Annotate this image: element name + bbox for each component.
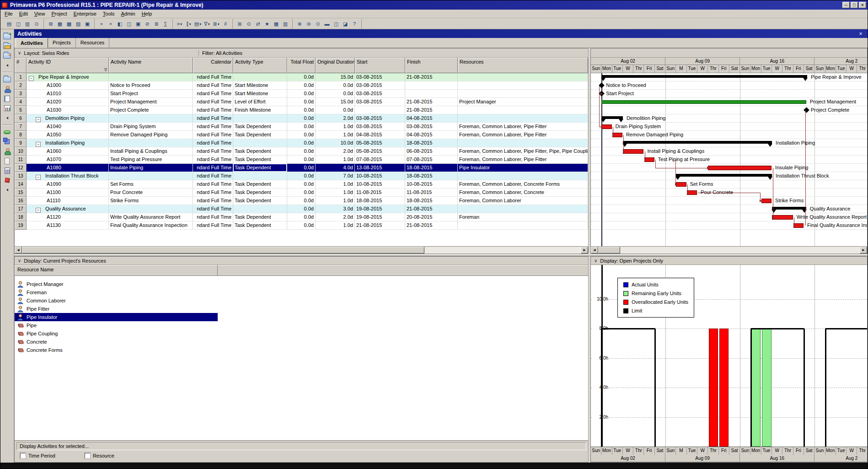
cell-activity-name[interactable]: Test Piping at Pressure	[109, 156, 193, 164]
resource-item-foreman[interactable]: Foreman	[15, 288, 588, 296]
scroll-left-button[interactable]: ◄	[591, 247, 598, 253]
find-icon[interactable]: ⊙	[244, 19, 253, 28]
cell-activity-type[interactable]: Task Dependent	[233, 147, 287, 156]
view-close-icon[interactable]: ×	[857, 31, 864, 37]
resources-icon[interactable]	[2, 84, 13, 94]
cell-calendar[interactable]: ndard Full Time	[193, 90, 233, 98]
cell-calendar[interactable]: ndard Full Time	[193, 98, 233, 106]
resource-name-column-header[interactable]: Resource Name	[15, 265, 218, 275]
scroll-thumb[interactable]	[598, 247, 620, 253]
add-icon[interactable]: +	[97, 19, 106, 28]
menu-project[interactable]: Project	[48, 10, 70, 17]
cell-original-duration[interactable]: 3.0d	[316, 205, 355, 213]
cell-start[interactable]: 03-08-2015	[355, 114, 405, 123]
cell-activity-type[interactable]	[233, 114, 287, 123]
resource-item-concrete[interactable]: Concrete	[15, 338, 588, 346]
cell-start[interactable]: 03-08-2015	[355, 73, 405, 81]
cell-activity-name[interactable]: Install Piping & Couplings	[109, 147, 193, 156]
filters-icon[interactable]: ∇▼	[203, 19, 212, 28]
cell-total-float[interactable]: 0.0d	[287, 213, 316, 221]
gantt-task-bar[interactable]	[772, 215, 793, 220]
notebook-icon[interactable]: ▥	[281, 19, 290, 28]
resource-item-pipe-insulator[interactable]: Pipe Insulator	[15, 313, 218, 321]
table-row-a1000[interactable]: 2A1000Notice to Proceedndard Full TimeSt…	[15, 81, 588, 90]
cell-start[interactable]: 21-08-2015	[355, 221, 405, 230]
cell-original-duration[interactable]: 0.0d	[316, 106, 355, 114]
row-number[interactable]: 18	[15, 213, 27, 221]
cell-original-duration[interactable]: 15.0d	[316, 98, 355, 106]
cell-activity-id[interactable]: A1080	[27, 164, 109, 172]
cell-calendar[interactable]: ndard Full Time	[193, 81, 233, 90]
maximize-button[interactable]: □	[851, 2, 858, 8]
cell-finish[interactable]	[405, 81, 458, 90]
cell-activity-type[interactable]: Task Dependent	[233, 164, 287, 172]
row-number[interactable]: 1	[15, 73, 27, 81]
cell-activity-name[interactable]	[109, 114, 193, 123]
cell-resources[interactable]: Foreman, Common Laborer, Pipe Fitter	[458, 123, 588, 131]
cell-activity-id[interactable]: A1040	[27, 123, 109, 131]
cell-finish[interactable]: 18-08-2015	[405, 164, 458, 172]
timescale-icon[interactable]: ⊞	[235, 19, 244, 28]
cell-calendar[interactable]: ndard Full Time	[193, 123, 233, 131]
row-number[interactable]: 14	[15, 180, 27, 189]
activities-window-icon[interactable]: ⊞	[46, 19, 55, 28]
cell-activity-type[interactable]: Task Dependent	[233, 180, 287, 189]
cell-activity-type[interactable]: Start Milestone	[233, 90, 287, 98]
table-font-row-icon[interactable]: ▤▼	[193, 19, 203, 28]
cell-finish[interactable]: 04-08-2015	[405, 114, 458, 123]
row-number[interactable]: 15	[15, 189, 27, 197]
minimize-button[interactable]: ─	[842, 2, 850, 8]
progress-spotlight-icon[interactable]: ★	[263, 19, 272, 28]
schedule-icon[interactable]: ⊘	[143, 19, 152, 28]
cell-start[interactable]: 19-08-2015	[355, 205, 405, 213]
cell-finish[interactable]: 06-08-2015	[405, 147, 458, 156]
expenses-icon[interactable]	[2, 166, 13, 175]
row-number[interactable]: 19	[15, 221, 27, 230]
wbs-window-icon[interactable]: ▨	[74, 19, 83, 28]
cell-activity-id[interactable]: A1000	[27, 81, 109, 90]
cell-activity-name[interactable]: Notice to Proceed	[109, 81, 193, 90]
cell-activity-id[interactable]: A1010	[27, 90, 109, 98]
row-number[interactable]: 17	[15, 205, 27, 213]
cell-calendar[interactable]: ndard Full Time	[193, 197, 233, 205]
table-row-a1120[interactable]: 18A1120Write Quality Assurance Reportnda…	[15, 213, 588, 221]
projects-icon[interactable]	[2, 75, 13, 84]
cell-finish[interactable]: 18-08-2015	[405, 139, 458, 147]
cell-activity-type[interactable]: Finish Milestone	[233, 106, 287, 114]
column-header-total-float[interactable]: Total Float	[287, 58, 316, 73]
menu-edit[interactable]: Edit	[16, 10, 31, 17]
gantt-timescale[interactable]: Aug 02Aug 09Aug 16Aug 2SunMonTueWThrFriS…	[591, 58, 867, 73]
cell-resources[interactable]	[458, 139, 588, 147]
cell-total-float[interactable]: 0.0d	[287, 123, 316, 131]
cell-resources[interactable]: Foreman	[458, 213, 588, 221]
cell-activity-name[interactable]	[109, 205, 193, 213]
cell-activity-id[interactable]: −Installation Piping	[27, 139, 109, 147]
checkbox-resource[interactable]: Resource	[85, 453, 114, 458]
cell-activity-name[interactable]: Write Quality Assurance Report	[109, 213, 193, 221]
cell-activity-id[interactable]: −Quality Assurance	[27, 205, 109, 213]
histogram-display-chevron-icon[interactable]: ∨	[594, 258, 597, 263]
filters-icon-dropdown[interactable]: ▼	[208, 23, 210, 26]
reports-icon[interactable]	[2, 94, 13, 103]
gantt-task-bar[interactable]	[761, 199, 772, 203]
columns-icon[interactable]: ∥▼	[184, 19, 193, 28]
cut-icon[interactable]: ◧	[115, 19, 124, 28]
cell-start[interactable]: 05-08-2015	[355, 147, 405, 156]
cell-calendar[interactable]: ndard Full Time	[193, 156, 233, 164]
cell-resources[interactable]	[458, 73, 588, 81]
table-row-a1050[interactable]: 8A1050Remove Damaged Pipingndard Full Ti…	[15, 131, 588, 139]
cell-activity-type[interactable]: Task Dependent	[233, 156, 287, 164]
group-sort-icon[interactable]: ≣▼	[212, 19, 221, 28]
scroll-thumb[interactable]	[22, 247, 424, 253]
cell-activity-id[interactable]: A1130	[27, 221, 109, 230]
gantt-task-bar[interactable]	[708, 166, 772, 170]
cell-original-duration[interactable]: 1.0d	[316, 189, 355, 197]
scroll-right-button[interactable]: ►	[581, 247, 588, 253]
cell-original-duration[interactable]: 1.0d	[316, 180, 355, 189]
cell-activity-name[interactable]: Remove Damaged Piping	[109, 131, 193, 139]
cell-start[interactable]: 18-08-2015	[355, 197, 405, 205]
cell-original-duration[interactable]: 2.0d	[316, 213, 355, 221]
cell-finish[interactable]: 21-08-2015	[405, 98, 458, 106]
cell-activity-name[interactable]: Set Forms	[109, 180, 193, 189]
zoom-in-icon[interactable]: ⊕	[295, 19, 304, 28]
